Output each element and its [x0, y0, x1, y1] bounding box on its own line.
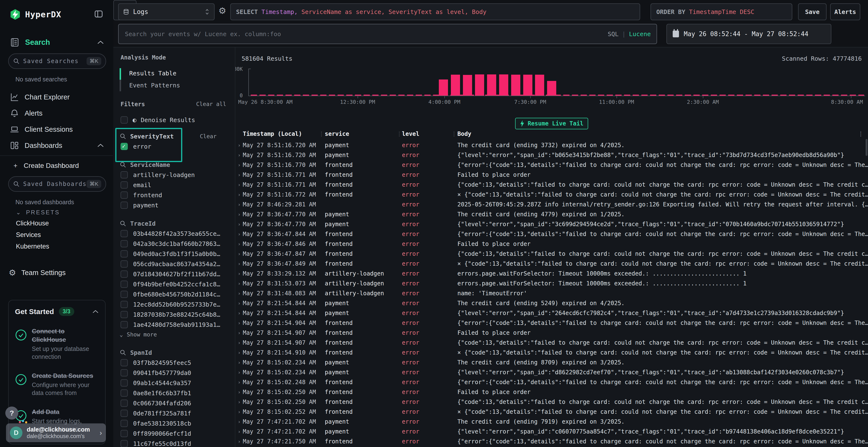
table-row[interactable]: ›May 27 8:33:29.132 AMartillery-loadgene…: [235, 269, 868, 279]
facet-option[interactable]: email: [121, 180, 235, 190]
sidebar-item-client-sessions[interactable]: Client Sessions: [0, 123, 113, 136]
expand-row-icon[interactable]: ›: [238, 279, 241, 288]
histogram-bar[interactable]: [463, 75, 472, 96]
histogram-bar[interactable]: [547, 81, 556, 96]
expand-row-icon[interactable]: ›: [238, 140, 241, 150]
table-row[interactable]: ›May 27 7:47:21.702 AMpaymenterrorThe cr…: [235, 417, 868, 427]
denoise-results-checkbox[interactable]: ◐ Denoise Results: [121, 115, 235, 125]
expand-row-icon[interactable]: ›: [238, 308, 241, 318]
facet-option[interactable]: 0ff8990066efcf1d: [121, 428, 235, 439]
column-level[interactable]: level: [402, 131, 419, 137]
expand-row-icon[interactable]: ›: [238, 368, 241, 377]
order-by-input[interactable]: ORDER BY TimestampTime DESC: [651, 3, 792, 20]
help-button[interactable]: ?: [5, 407, 18, 419]
facet-option[interactable]: 12ec8dd52b60b9525733b7e…: [121, 299, 235, 309]
checkbox[interactable]: [121, 379, 128, 386]
mode-results-table[interactable]: Results Table: [129, 67, 235, 79]
scrollbar-thumb[interactable]: [866, 139, 868, 156]
sidebar-item-chart-explorer[interactable]: Chart Explorer: [0, 90, 113, 104]
preset-services[interactable]: Services: [16, 231, 41, 239]
table-row[interactable]: ›May 27 8:36:47.846 AMfrontenderrorFaile…: [235, 239, 868, 249]
language-toggle[interactable]: SQL|Lucene: [608, 31, 651, 38]
table-row[interactable]: ›May 27 8:15:02.252 AMfrontenderror× {"c…: [235, 407, 868, 417]
facet-option[interactable]: 0fbe680eb456750b2d1184c…: [121, 289, 235, 299]
checkbox[interactable]: [121, 116, 128, 124]
events-histogram[interactable]: 80K 0: [248, 69, 865, 96]
table-row[interactable]: ›May 27 8:21:54.907 AMfrontenderror{"cod…: [235, 338, 868, 348]
facet-option[interactable]: 09041fb457779da0: [121, 368, 235, 378]
table-row[interactable]: ›May 27 8:36:47.849 AMfrontenderror× {"c…: [235, 259, 868, 269]
column-resize-handle-icon[interactable]: ⋮: [396, 131, 402, 137]
table-row[interactable]: ›May 27 8:15:02.250 AMfrontenderror{"cod…: [235, 397, 868, 407]
expand-row-icon[interactable]: ›: [238, 180, 241, 190]
checkbox[interactable]: [121, 321, 128, 328]
checkbox[interactable]: [121, 430, 128, 437]
histogram-bar[interactable]: [523, 75, 532, 96]
expand-row-icon[interactable]: ›: [238, 190, 241, 200]
table-row[interactable]: ›May 27 8:36:47.847 AMfrontenderror{"cod…: [235, 249, 868, 259]
search-input[interactable]: [124, 30, 608, 38]
column-timestamp[interactable]: Timestamp (Local): [243, 131, 302, 137]
resume-live-tail-button[interactable]: Resume Live Tail: [515, 118, 588, 129]
expand-row-icon[interactable]: ›: [238, 427, 241, 437]
facet-option[interactable]: 09ab1c4544c9a357: [121, 378, 235, 388]
alerts-button[interactable]: Alerts: [830, 3, 860, 20]
sidebar-item-alerts[interactable]: Alerts: [0, 106, 113, 120]
histogram-bar[interactable]: [439, 79, 448, 96]
get-started-task[interactable]: Connect to ClickHouseSet up your databas…: [15, 327, 99, 360]
date-range-picker[interactable]: May 26 08:52:44 - May 27 08:52:44: [666, 24, 831, 44]
checkbox[interactable]: [121, 389, 128, 397]
checkbox[interactable]: [121, 230, 128, 237]
checkbox[interactable]: [121, 202, 128, 209]
expand-row-icon[interactable]: ›: [238, 239, 241, 249]
facet-option[interactable]: 0ae8e1f6c6b37fb1: [121, 388, 235, 398]
histogram-bar[interactable]: [475, 74, 484, 96]
table-row[interactable]: ›May 27 8:15:02.234 AMpaymenterrorThe cr…: [235, 358, 868, 368]
expand-row-icon[interactable]: ›: [238, 200, 241, 209]
source-settings-gear-icon[interactable]: ⚙: [218, 6, 226, 16]
table-row[interactable]: ›May 27 8:36:47.844 AMfrontenderror{"err…: [235, 229, 868, 239]
expand-row-icon[interactable]: ›: [238, 338, 241, 348]
expand-row-icon[interactable]: ›: [238, 229, 241, 239]
histogram-bar[interactable]: [451, 75, 460, 96]
checkbox[interactable]: [121, 400, 128, 407]
clear-all-button[interactable]: Clear all: [196, 101, 226, 108]
checkbox[interactable]: [121, 281, 128, 288]
checkbox[interactable]: [121, 301, 128, 308]
histogram-bar[interactable]: [487, 74, 496, 96]
table-row[interactable]: ›May 27 8:15:02.250 AMfrontenderrorFaile…: [235, 387, 868, 397]
table-row[interactable]: ›May 27 8:15:02.248 AMfrontenderror{"err…: [235, 377, 868, 387]
sidebar-item-team-settings[interactable]: ⚙Team Settings: [9, 268, 66, 277]
sidebar-item-dashboards[interactable]: Dashboards: [0, 139, 113, 152]
facet-option[interactable]: 042a30c3dc1baf660b27863…: [121, 239, 235, 249]
table-row[interactable]: ›May 27 8:51:16.771 AMfrontenderrorFaile…: [235, 170, 868, 180]
column-service[interactable]: service: [325, 131, 349, 137]
facet-option[interactable]: 1ae42480d758e9ab91193a1…: [121, 319, 235, 330]
show-more-button[interactable]: ⌄Show more: [120, 330, 235, 339]
column-body[interactable]: Body: [457, 131, 471, 137]
sql-toggle[interactable]: SQL: [608, 31, 618, 38]
checkbox-checked[interactable]: [121, 143, 128, 150]
facet-option[interactable]: 0c0667304fafd206: [121, 398, 235, 408]
saved-dashboards-input[interactable]: Saved Dashboards ⌘K: [8, 176, 106, 192]
mode-event-patterns[interactable]: Event Patterns: [129, 79, 235, 91]
expand-row-icon[interactable]: ›: [238, 160, 241, 170]
table-row[interactable]: ›May 27 8:51:16.771 AMfrontenderror{"cod…: [235, 180, 868, 190]
facet-option[interactable]: 049ed0ac3fdb1f3f15a0b0b…: [121, 249, 235, 259]
table-row[interactable]: ›May 27 7:47:21.750 AMfrontenderror{"err…: [235, 437, 868, 447]
chevron-up-icon[interactable]: [97, 40, 104, 45]
table-row[interactable]: ›May 27 8:46:29.281 AMerror2025-05-26T09…: [235, 200, 868, 209]
expand-row-icon[interactable]: ›: [238, 417, 241, 427]
table-row[interactable]: ›May 27 8:31:53.073 AMartillery-loadgene…: [235, 279, 868, 288]
expand-row-icon[interactable]: ›: [238, 358, 241, 368]
table-row[interactable]: ›May 27 7:47:21.702 AMpaymenterror{"leve…: [235, 427, 868, 437]
expand-row-icon[interactable]: ›: [238, 348, 241, 358]
facet-option[interactable]: 0fae5381230518cb: [121, 418, 235, 428]
table-row[interactable]: ›May 27 8:31:48.083 AMartillery-loadgene…: [235, 288, 868, 299]
facet-option[interactable]: frontend: [121, 190, 235, 200]
table-row[interactable]: ›May 27 8:21:54.844 AMpaymenterrorThe cr…: [235, 299, 868, 308]
expand-row-icon[interactable]: ›: [238, 397, 241, 407]
create-dashboard-button[interactable]: +Create Dashboard: [13, 162, 79, 170]
facet-option[interactable]: 056cd9acbaac8637a4354a2…: [121, 259, 235, 269]
histogram-bar[interactable]: [499, 74, 508, 96]
